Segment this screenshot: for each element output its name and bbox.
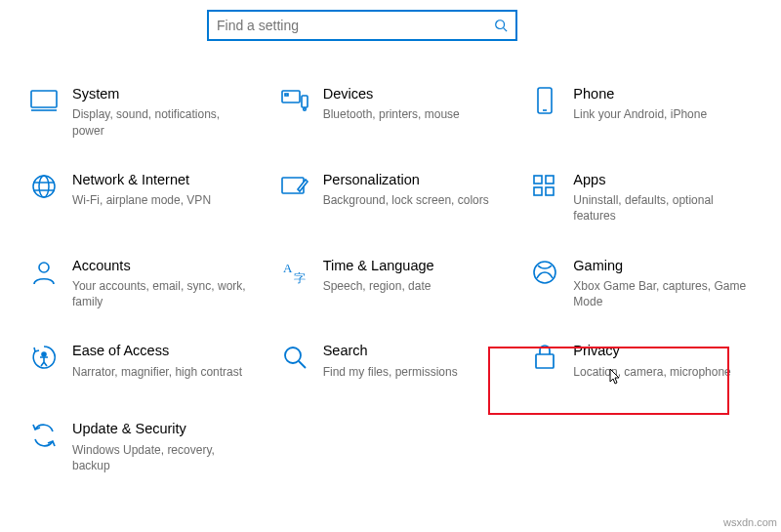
tile-ease-of-access[interactable]: Ease of Access Narrator, magnifier, high… xyxy=(20,335,261,393)
tile-desc: Bluetooth, printers, mouse xyxy=(323,106,499,122)
paintbrush-icon xyxy=(278,170,311,203)
watermark: wsxdn.com xyxy=(723,516,777,528)
svg-text:A: A xyxy=(283,261,293,275)
tile-title: Ease of Access xyxy=(72,343,253,359)
person-icon xyxy=(27,256,61,289)
tile-title: Search xyxy=(323,343,504,359)
tile-desc: Speech, region, date xyxy=(323,278,499,294)
search-placeholder: Find a setting xyxy=(217,18,494,33)
tile-desc: Link your Android, iPhone xyxy=(573,106,749,122)
svg-point-7 xyxy=(303,108,306,111)
tile-title: Personalization xyxy=(323,172,504,188)
svg-point-11 xyxy=(39,176,49,197)
display-icon xyxy=(27,84,61,117)
tile-phone[interactable]: Phone Link your Android, iPhone xyxy=(520,78,761,144)
tile-title: Devices xyxy=(323,86,504,102)
tile-desc: Wi-Fi, airplane mode, VPN xyxy=(72,192,248,208)
globe-icon xyxy=(27,170,61,203)
tile-title: Update & Security xyxy=(72,421,253,437)
xbox-icon xyxy=(528,256,561,289)
tile-apps[interactable]: Apps Uninstall, defaults, optional featu… xyxy=(520,164,761,230)
svg-rect-17 xyxy=(534,187,542,195)
tile-desc: Location, camera, microphone xyxy=(573,364,749,380)
svg-rect-5 xyxy=(285,94,288,96)
tile-desc: Xbox Game Bar, captures, Game Mode xyxy=(573,278,749,309)
lock-icon xyxy=(528,341,561,374)
tile-title: Accounts xyxy=(72,258,253,274)
phone-icon xyxy=(528,84,561,117)
tile-desc: Narrator, magnifier, high contrast xyxy=(72,364,248,380)
svg-point-0 xyxy=(496,20,505,29)
tile-desc: Uninstall, defaults, optional features xyxy=(573,192,749,224)
tile-search[interactable]: Search Find my files, permissions xyxy=(270,335,512,393)
language-icon: A 字 xyxy=(278,256,311,289)
apps-icon xyxy=(528,170,561,203)
tile-system[interactable]: System Display, sound, notifications, po… xyxy=(20,78,261,144)
svg-text:字: 字 xyxy=(294,271,306,285)
svg-line-25 xyxy=(299,361,306,368)
svg-rect-16 xyxy=(546,176,554,184)
tile-title: Network & Internet xyxy=(72,172,253,188)
tile-title: Gaming xyxy=(573,258,754,274)
tile-accounts[interactable]: Accounts Your accounts, email, sync, wor… xyxy=(20,250,261,316)
search-icon xyxy=(494,19,508,32)
tile-update-security[interactable]: Update & Security Windows Update, recove… xyxy=(20,413,261,479)
svg-rect-4 xyxy=(282,91,300,102)
magnifier-icon xyxy=(278,341,311,374)
tile-network[interactable]: Network & Internet Wi-Fi, airplane mode,… xyxy=(20,164,261,230)
settings-grid: System Display, sound, notifications, po… xyxy=(0,49,781,479)
tile-privacy[interactable]: Privacy Location, camera, microphone xyxy=(520,335,761,393)
tile-title: System xyxy=(72,86,253,102)
devices-icon xyxy=(278,84,311,117)
svg-point-10 xyxy=(33,176,55,197)
svg-line-1 xyxy=(504,28,508,32)
svg-rect-8 xyxy=(538,88,552,113)
svg-point-19 xyxy=(39,263,49,272)
tile-title: Phone xyxy=(573,86,754,102)
tile-time-language[interactable]: A 字 Time & Language Speech, region, date xyxy=(270,250,512,316)
tile-desc: Display, sound, notifications, power xyxy=(72,106,248,138)
tile-title: Privacy xyxy=(573,343,754,359)
svg-rect-26 xyxy=(536,354,554,368)
svg-rect-15 xyxy=(534,176,542,184)
tile-gaming[interactable]: Gaming Xbox Game Bar, captures, Game Mod… xyxy=(520,250,761,316)
sync-icon xyxy=(27,419,61,452)
svg-rect-18 xyxy=(546,187,554,195)
tile-desc: Windows Update, recovery, backup xyxy=(72,442,248,473)
search-input[interactable]: Find a setting xyxy=(207,10,517,41)
ease-of-access-icon xyxy=(27,341,61,374)
tile-title: Time & Language xyxy=(323,258,504,274)
svg-point-23 xyxy=(42,352,46,356)
tile-desc: Your accounts, email, sync, work, family xyxy=(72,278,248,309)
tile-devices[interactable]: Devices Bluetooth, printers, mouse xyxy=(270,78,512,144)
svg-rect-2 xyxy=(31,91,57,107)
svg-rect-6 xyxy=(302,96,308,107)
tile-desc: Find my files, permissions xyxy=(323,364,499,380)
svg-point-24 xyxy=(285,348,301,363)
tile-personalization[interactable]: Personalization Background, lock screen,… xyxy=(270,164,512,230)
tile-desc: Background, lock screen, colors xyxy=(323,192,499,208)
tile-title: Apps xyxy=(573,172,754,188)
